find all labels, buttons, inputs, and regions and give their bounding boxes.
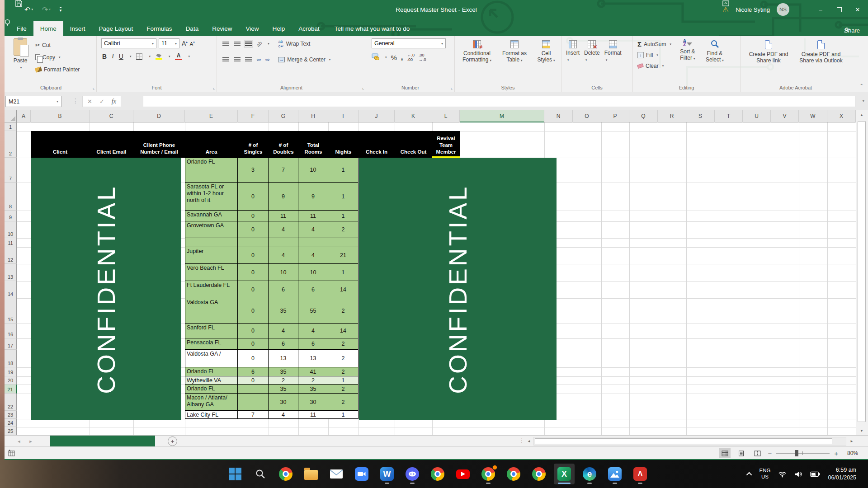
nights-cell[interactable]: 1 xyxy=(328,376,359,385)
previous-sheet-icon[interactable]: ◄ xyxy=(14,437,24,445)
tab-review[interactable]: Review xyxy=(205,21,239,36)
doubles-cell[interactable]: 7 xyxy=(269,158,298,183)
fill-button[interactable]: ↓Fill▾ xyxy=(637,50,671,60)
create-pdf-share-link-button[interactable]: Create PDF and Share link xyxy=(748,40,789,64)
table-header-cell[interactable]: Check In xyxy=(359,131,395,158)
column-header-T[interactable]: T xyxy=(715,110,743,122)
fill-color-button[interactable] xyxy=(156,54,162,60)
nights-cell[interactable] xyxy=(328,238,359,247)
singles-cell[interactable] xyxy=(238,394,269,411)
number-dialog-launcher-icon[interactable]: ⌞ xyxy=(451,86,453,90)
vertical-scrollbar[interactable]: ▲ ▼ xyxy=(856,110,867,435)
align-middle-icon[interactable] xyxy=(234,42,241,47)
doubles-cell[interactable]: 10 xyxy=(269,264,298,281)
increase-font-size-button[interactable]: A▴ xyxy=(182,40,188,47)
table-header-cell[interactable]: Area xyxy=(185,131,238,158)
tell-me-box[interactable]: Tell me what you want to do xyxy=(335,21,410,36)
rooms-cell[interactable]: 35 xyxy=(298,385,328,394)
sort-filter-button[interactable]: AZ Sort & Filter▾ xyxy=(677,39,698,70)
wifi-icon[interactable] xyxy=(778,471,787,478)
column-header-N[interactable]: N xyxy=(544,110,573,122)
tray-expand-icon[interactable] xyxy=(746,472,752,478)
nights-cell[interactable]: 1 xyxy=(328,211,359,221)
singles-cell[interactable]: 0 xyxy=(238,247,269,264)
close-button[interactable]: ✕ xyxy=(852,4,863,15)
accounting-format-icon[interactable] xyxy=(372,53,380,62)
create-pdf-outlook-button[interactable]: Create PDF and Share via Outlook xyxy=(796,40,846,64)
insert-function-icon[interactable]: fx xyxy=(112,98,116,105)
user-name[interactable]: Nicole Syting xyxy=(736,6,770,13)
autosum-button[interactable]: ΣAutoSum▾ xyxy=(637,39,671,49)
user-avatar[interactable]: NS xyxy=(777,3,789,16)
delete-cells-button[interactable]: ✕ Delete▾ xyxy=(584,40,600,62)
nights-cell[interactable]: 21 xyxy=(328,247,359,264)
language-indicator[interactable]: ENGUS xyxy=(760,468,771,480)
vertical-scrollbar-thumb[interactable] xyxy=(858,121,866,422)
column-header-L[interactable]: L xyxy=(432,110,460,122)
tab-file[interactable]: File xyxy=(10,21,33,36)
cell-styles-button[interactable]: Cell Styles▾ xyxy=(533,40,559,63)
nights-cell[interactable]: 2 xyxy=(328,385,359,394)
column-header-H[interactable]: H xyxy=(298,110,328,122)
search-taskbar-button[interactable] xyxy=(250,464,271,484)
format-cells-button[interactable]: Format▾ xyxy=(604,40,622,62)
rooms-cell[interactable] xyxy=(298,238,328,247)
area-cell[interactable]: Orlando FL xyxy=(185,385,238,394)
doubles-cell[interactable]: 9 xyxy=(269,183,298,211)
nights-cell[interactable]: 2 xyxy=(328,394,359,411)
formula-input[interactable] xyxy=(143,96,855,107)
word-taskbar-button[interactable]: W xyxy=(377,464,397,484)
table-header-cell[interactable]: Nights xyxy=(328,131,359,158)
nights-cell[interactable]: 2 xyxy=(328,367,359,376)
doubles-cell[interactable]: 2 xyxy=(269,376,298,385)
decrease-font-size-button[interactable]: A▾ xyxy=(190,41,195,47)
area-cell[interactable]: Orlando FL xyxy=(185,367,238,376)
format-painter-button[interactable]: Format Painter xyxy=(35,65,80,74)
row-header-14[interactable]: 14 xyxy=(5,281,17,298)
singles-cell[interactable]: 0 xyxy=(238,338,269,350)
scroll-down-icon[interactable]: ▼ xyxy=(856,426,867,435)
new-sheet-button[interactable]: + xyxy=(168,436,177,446)
doubles-cell[interactable]: 35 xyxy=(269,298,298,324)
doubles-cell[interactable]: 4 xyxy=(269,411,298,419)
area-cell[interactable]: Macon / Atlanta/ Albany GA xyxy=(185,394,238,411)
row-header-7[interactable]: 7 xyxy=(5,158,17,183)
horizontal-scrollbar-track[interactable] xyxy=(533,437,846,446)
row-header-2[interactable]: 2 xyxy=(5,131,17,158)
tab-home[interactable]: Home xyxy=(33,21,63,36)
row-header-23[interactable]: 23 xyxy=(5,411,17,419)
page-break-preview-button[interactable] xyxy=(751,448,763,458)
column-header-F[interactable]: F xyxy=(238,110,269,122)
zoom-out-icon[interactable]: − xyxy=(768,450,772,457)
nights-cell[interactable]: 1 xyxy=(328,411,359,419)
battery-icon[interactable] xyxy=(810,471,820,477)
align-top-icon[interactable] xyxy=(222,42,229,47)
font-name-select[interactable]: Calibri▾ xyxy=(101,38,156,48)
row-header-25[interactable]: 25 xyxy=(5,427,17,435)
singles-cell[interactable]: 0 xyxy=(238,211,269,221)
align-right-icon[interactable] xyxy=(245,57,252,62)
zoom-in-icon[interactable]: + xyxy=(834,450,838,457)
underline-button[interactable]: U xyxy=(119,53,123,60)
rooms-cell[interactable]: 6 xyxy=(298,281,328,298)
tab-data[interactable]: Data xyxy=(179,21,206,36)
row-header-24[interactable]: 24 xyxy=(5,419,17,427)
increase-decimal-icon[interactable]: ←.0.00 xyxy=(407,53,415,62)
area-cell[interactable]: Pensacola FL xyxy=(185,338,238,350)
doubles-cell[interactable]: 6 xyxy=(269,281,298,298)
row-header-13[interactable]: 13 xyxy=(5,264,17,281)
doubles-cell[interactable]: 30 xyxy=(269,394,298,411)
font-color-button[interactable]: A xyxy=(175,53,182,60)
align-bottom-icon[interactable] xyxy=(245,42,252,47)
table-header-cell[interactable]: Client Phone Number / Email xyxy=(133,131,185,158)
singles-cell[interactable]: 3 xyxy=(238,158,269,183)
table-header-cell[interactable]: Revival Team Member xyxy=(432,131,460,158)
table-header-cell[interactable]: Client xyxy=(31,131,90,158)
rooms-cell[interactable]: 10 xyxy=(298,158,328,183)
doubles-cell[interactable]: 11 xyxy=(269,211,298,221)
singles-cell[interactable] xyxy=(238,385,269,394)
clear-button[interactable]: Clear▾ xyxy=(637,61,671,70)
table-header-cell[interactable]: Client Email xyxy=(90,131,133,158)
table-header-cell[interactable]: Total Rooms xyxy=(298,131,328,158)
wrap-text-button[interactable]: abc↵Wrap Text xyxy=(278,39,311,49)
